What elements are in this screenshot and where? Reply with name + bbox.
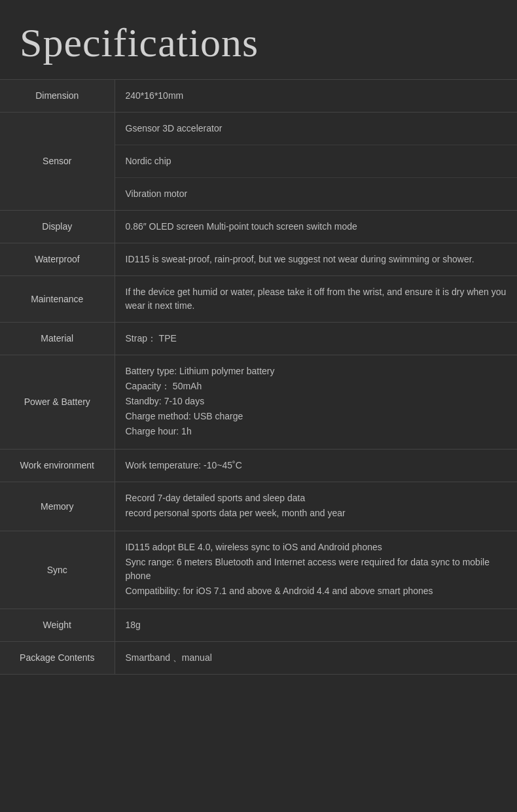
page-container: Specifications Dimension 240*16*10mm Sen…	[0, 0, 517, 675]
page-title: Specifications	[20, 20, 497, 66]
table-row: Package Contents Smartband 、manual	[0, 642, 517, 675]
row-value-sensor-0: Gsensor 3D accelerator	[115, 113, 517, 145]
row-label-dimension: Dimension	[0, 80, 115, 113]
row-value-memory: Record 7-day detailed sports and sleep d…	[115, 482, 517, 531]
row-value-dimension: 240*16*10mm	[115, 80, 517, 113]
line-item: Charge hour: 1h	[126, 425, 507, 438]
row-value-package-contents: Smartband 、manual	[115, 642, 517, 675]
row-label-sensor: Sensor	[0, 113, 115, 211]
line-item: record personal sports data per week, mo…	[126, 506, 507, 520]
row-label-waterproof: Waterproof	[0, 243, 115, 276]
row-label-power-battery: Power & Battery	[0, 355, 115, 450]
table-row: Weight 18g	[0, 609, 517, 642]
row-value-waterproof: ID115 is sweat-proof, rain-proof, but we…	[115, 243, 517, 276]
line-item: Sync range: 6 meters Bluetooth and Inter…	[126, 556, 507, 583]
row-value-material: Strap： TPE	[115, 323, 517, 355]
table-row: Power & Battery Battery type: Lithium po…	[0, 355, 517, 450]
row-value-power-battery: Battery type: Lithium polymer batteryCap…	[115, 355, 517, 450]
row-label-display: Display	[0, 211, 115, 243]
specs-table: Dimension 240*16*10mm Sensor Gsensor 3D …	[0, 79, 517, 675]
line-item: Standby: 7-10 days	[126, 395, 507, 408]
row-label-weight: Weight	[0, 609, 115, 642]
line-item: Capacity： 50mAh	[126, 380, 507, 393]
row-value-sensor-2: Vibration motor	[115, 178, 517, 211]
row-label-memory: Memory	[0, 482, 115, 531]
row-label-work-environment: Work environment	[0, 450, 115, 482]
row-value-maintenance: If the device get humid or water, please…	[115, 276, 517, 323]
table-row: Maintenance If the device get humid or w…	[0, 276, 517, 323]
row-label-maintenance: Maintenance	[0, 276, 115, 323]
table-row: Display 0.86″ OLED screen Multi-point to…	[0, 211, 517, 243]
line-item: Battery type: Lithium polymer battery	[126, 364, 507, 378]
row-label-sync: Sync	[0, 531, 115, 609]
table-row: Dimension 240*16*10mm	[0, 80, 517, 113]
table-row: Waterproof ID115 is sweat-proof, rain-pr…	[0, 243, 517, 276]
line-item: Record 7-day detailed sports and sleep d…	[126, 491, 507, 505]
line-item: Charge method: USB charge	[126, 410, 507, 423]
table-row: Work environment Work temperature: -10~4…	[0, 450, 517, 482]
line-item: Compatibility: for iOS 7.1 and above & A…	[126, 584, 507, 598]
row-value-sensor-1: Nordic chip	[115, 145, 517, 178]
table-row: Sync ID115 adopt BLE 4.0, wireless sync …	[0, 531, 517, 609]
row-value-work-environment: Work temperature: -10~45˚C	[115, 450, 517, 482]
row-label-material: Material	[0, 323, 115, 355]
row-value-display: 0.86″ OLED screen Multi-point touch scre…	[115, 211, 517, 243]
table-row: Memory Record 7-day detailed sports and …	[0, 482, 517, 531]
row-label-package-contents: Package Contents	[0, 642, 115, 675]
table-row: Material Strap： TPE	[0, 323, 517, 355]
title-section: Specifications	[0, 0, 517, 79]
table-row: Sensor Gsensor 3D accelerator	[0, 113, 517, 145]
row-value-sync: ID115 adopt BLE 4.0, wireless sync to iO…	[115, 531, 517, 609]
line-item: ID115 adopt BLE 4.0, wireless sync to iO…	[126, 540, 507, 554]
row-value-weight: 18g	[115, 609, 517, 642]
